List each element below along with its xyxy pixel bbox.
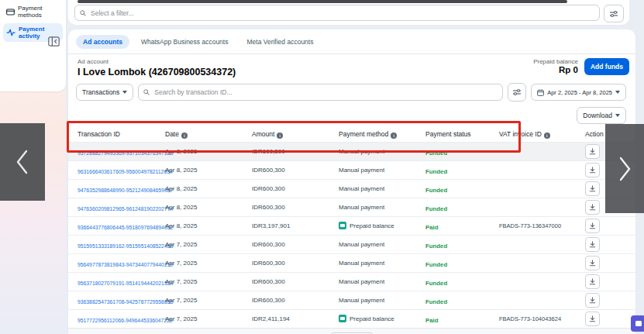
search-icon — [143, 89, 150, 95]
table-row[interactable]: 9366443776806445-9518097694894032 Apr 8,… — [68, 216, 635, 235]
sidebar-item-payment-methods[interactable]: Payment methods — [3, 2, 63, 21]
vat-invoice-id: FBADS-773-136347000 — [499, 222, 585, 229]
transaction-id-link[interactable]: 9517722956112066-9496445336047229 — [77, 318, 177, 323]
chevron-right-icon — [617, 156, 632, 182]
download-receipt-button[interactable] — [585, 312, 600, 326]
chat-icon — [635, 321, 642, 326]
table-header-row: Transaction ID Date Amount Payment metho… — [68, 128, 635, 142]
table-row[interactable]: 9564977873819843-9473440779440219 Apr 7,… — [68, 253, 635, 272]
transaction-amount: IDR3,197,901 — [252, 222, 339, 229]
ad-account-name: I Love Lombok (426709800534372) — [77, 67, 533, 77]
download-icon — [589, 167, 596, 174]
transaction-date: Apr 7, 2025 — [165, 315, 252, 322]
download-receipt-button[interactable] — [585, 200, 600, 215]
payment-status-badge: Funded — [425, 261, 447, 268]
transaction-id-link[interactable]: 9631666403617609-9560049782112634 — [77, 169, 177, 174]
transaction-id-link[interactable]: 9476352988648990-9521249084659087 — [77, 188, 177, 193]
window-top-bar — [77, 0, 567, 3]
prepaid-balance-icon — [339, 222, 346, 229]
transactions-dropdown[interactable]: Transactions — [76, 84, 133, 101]
payment-method-cell: Prepaid balance — [339, 222, 425, 229]
account-type-tabs: Ad accounts WhatsApp Business accounts M… — [68, 29, 635, 54]
payments-sidebar: Payment methods Payment activity — [0, 0, 66, 91]
info-icon[interactable] — [544, 133, 550, 139]
tab-meta-verified-accounts[interactable]: Meta Verified accounts — [239, 35, 320, 49]
table-row[interactable]: 9631666403617609-9560049782112634 Apr 8,… — [68, 160, 635, 179]
transaction-id-link[interactable]: 9572888279495369-9371034376347525 — [77, 150, 177, 156]
transaction-search-input[interactable] — [153, 88, 498, 97]
payment-method-cell: Manual payment — [339, 278, 425, 285]
transaction-amount: IDR600,300 — [252, 167, 339, 174]
transaction-id-link[interactable]: 9476360209812965-9612481902202774 — [77, 206, 177, 212]
download-receipt-button[interactable] — [585, 237, 600, 252]
column-header[interactable]: Transaction ID — [77, 130, 165, 138]
table-row[interactable]: 9363882547361708-9425787729558855 Apr 7,… — [68, 291, 635, 309]
info-icon[interactable] — [391, 133, 397, 139]
download-icon — [589, 241, 596, 248]
chat-widget-button[interactable] — [631, 315, 644, 332]
table-row[interactable]: 9572888279495369-9371034376347525 Apr 8,… — [68, 142, 635, 160]
transaction-amount: IDR600,300 — [252, 148, 339, 155]
payment-method-cell: Manual payment — [339, 297, 425, 304]
transaction-search-box[interactable] — [138, 84, 503, 101]
table-row[interactable]: 9476360209812965-9612481902202774 Apr 8,… — [68, 198, 635, 216]
payment-status-badge: Paid — [425, 224, 438, 231]
transaction-id-link[interactable]: 9564977873819843-9473440779440219 — [77, 262, 177, 267]
download-dropdown[interactable]: Download — [577, 107, 626, 124]
table-row[interactable]: 9515951333189162-9515951408522488 Apr 7,… — [68, 235, 635, 253]
tab-whatsapp-business-accounts[interactable]: WhatsApp Business accounts — [134, 35, 235, 49]
transaction-id-link[interactable]: 9363882547361708-9425787729558855 — [77, 299, 177, 305]
sidebar-collapse-icon[interactable] — [48, 36, 60, 46]
column-header[interactable]: Payment status — [425, 130, 499, 138]
payment-method-cell: Manual payment — [339, 148, 425, 155]
column-header[interactable]: VAT invoice ID — [499, 130, 585, 139]
filter-sliders-button[interactable] — [604, 5, 624, 22]
filter-search-input[interactable] — [89, 9, 594, 18]
transaction-amount: IDR600,300 — [252, 278, 339, 285]
transaction-date: Apr 8, 2025 — [165, 148, 252, 155]
table-row[interactable]: 9517722956112066-9496445336047229 Apr 7,… — [68, 309, 635, 328]
table-row[interactable]: 9476352988648990-9521249084659087 Apr 8,… — [68, 179, 635, 198]
payment-status-badge: Funded — [425, 205, 447, 212]
download-icon — [589, 278, 596, 285]
credit-card-icon — [6, 9, 15, 15]
payment-method-label: Manual payment — [339, 278, 384, 285]
download-receipt-button[interactable] — [585, 181, 600, 196]
info-icon[interactable] — [277, 133, 283, 139]
download-receipt-button[interactable] — [585, 293, 600, 308]
download-icon — [589, 297, 596, 304]
filter-search-box[interactable] — [74, 5, 600, 21]
date-range-picker[interactable]: Apr 2, 2025 - Apr 8, 2025 — [531, 84, 626, 101]
download-receipt-button[interactable] — [585, 256, 600, 270]
transaction-amount: IDR600,300 — [252, 204, 339, 211]
transaction-id-link[interactable]: 9515951333189162-9515951408522488 — [77, 243, 177, 249]
date-range-label: Apr 2, 2025 - Apr 8, 2025 — [547, 89, 612, 96]
transaction-date: Apr 7, 2025 — [165, 297, 252, 304]
download-receipt-button[interactable] — [585, 144, 600, 159]
payment-status-badge: Paid — [425, 317, 438, 324]
download-receipt-button[interactable] — [585, 219, 600, 233]
transaction-id-link[interactable]: 9366443776806445-9518097694894032 — [77, 225, 177, 230]
column-header[interactable]: Payment method — [339, 130, 425, 139]
transaction-id-link[interactable]: 9563718027079191-9514194442021524 — [77, 281, 177, 286]
table-filter-button[interactable] — [508, 83, 526, 102]
activity-pulse-icon — [6, 29, 15, 36]
payment-method-label: Manual payment — [339, 204, 384, 211]
column-header[interactable]: Amount — [252, 130, 339, 139]
info-icon[interactable] — [181, 133, 188, 139]
download-icon — [589, 204, 596, 211]
transactions-table: 9572888279495369-9371034376347525 Apr 8,… — [68, 142, 635, 328]
payment-method-label: Prepaid balance — [350, 222, 394, 229]
tab-ad-accounts[interactable]: Ad accounts — [76, 35, 129, 49]
column-header[interactable]: Date — [165, 130, 252, 139]
download-receipt-button[interactable] — [585, 163, 600, 177]
prepaid-balance-icon — [339, 315, 346, 322]
download-receipt-button[interactable] — [585, 274, 600, 289]
add-funds-button[interactable]: Add funds — [584, 58, 629, 75]
carousel-prev-button[interactable] — [0, 123, 45, 201]
payment-status-badge: Funded — [425, 168, 447, 175]
download-icon — [589, 260, 596, 267]
carousel-next-button[interactable] — [605, 124, 644, 213]
table-row[interactable]: 9563718027079191-9514194442021524 Apr 7,… — [68, 272, 635, 291]
vat-invoice-id: FBADS-773-104043624 — [499, 315, 585, 322]
